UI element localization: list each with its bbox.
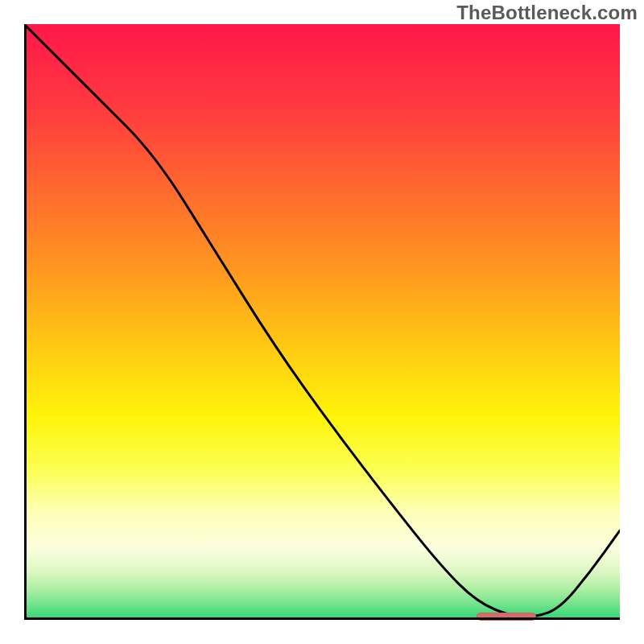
background-gradient — [24, 24, 620, 620]
watermark-text: TheBottleneck.com — [456, 2, 638, 24]
y-axis — [24, 24, 27, 620]
plot-area — [24, 24, 620, 620]
chart-frame: TheBottleneck.com — [0, 0, 644, 644]
x-axis — [24, 617, 620, 620]
